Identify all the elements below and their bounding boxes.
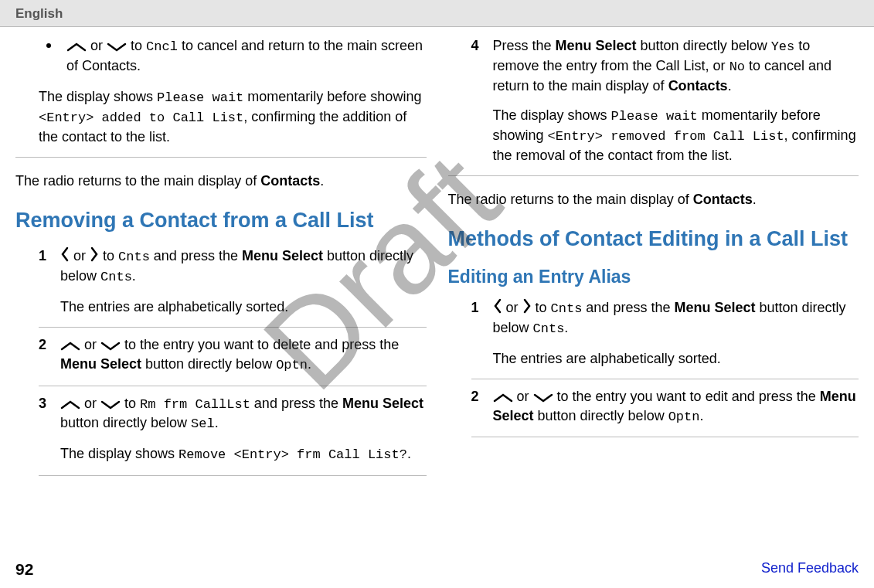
step-number: 1 (471, 298, 493, 317)
down-arrow-icon (100, 342, 121, 351)
step-number: 2 (39, 335, 60, 354)
step-number: 2 (471, 387, 493, 406)
left-arrow-icon (60, 246, 70, 262)
txt: and press the (582, 300, 674, 315)
txt: and press the (250, 396, 342, 411)
txt: . (753, 192, 757, 207)
mono: Sel (191, 416, 215, 431)
mono: Yes (771, 39, 795, 54)
txt: or (80, 337, 100, 352)
txt: to (121, 396, 140, 411)
mono: <Entry> added to Call List (39, 110, 243, 125)
content-columns: or to Cncl to cancel and return to the m… (0, 27, 874, 481)
header-language: English (0, 0, 874, 27)
step-para: The entries are alphabetically sorted. (493, 349, 859, 368)
mono: Optn (668, 410, 700, 424)
txt: or (513, 389, 533, 404)
mono: Remove <Entry> frm Call List? (179, 447, 407, 462)
left-column: or to Cncl to cancel and return to the m… (8, 36, 434, 481)
step-para: The display shows Remove <Entry> frm Cal… (60, 444, 427, 464)
divider (39, 386, 427, 386)
right-arrow-icon (90, 246, 99, 262)
mono: Please wait (157, 90, 243, 105)
txt: . (407, 446, 411, 461)
txt: The display shows (60, 446, 179, 461)
returns-text: The radio returns to the main display of… (448, 190, 859, 209)
page-number: 92 (15, 560, 33, 579)
mono: <Entry> removed from Call List (548, 129, 784, 144)
bold-contacts: Contacts (260, 173, 320, 189)
txt: Menu Select (556, 38, 637, 53)
left-arrow-icon (493, 298, 502, 314)
txt: to (532, 300, 551, 315)
txt: . (320, 173, 324, 189)
step-4: 4 Press the Menu Select button directly … (471, 36, 859, 165)
txt: or (80, 396, 100, 411)
txt: button directly below (534, 408, 668, 423)
returns-text: The radio returns to the main display of… (15, 172, 427, 190)
txt: Press the (493, 38, 556, 53)
divider (448, 175, 859, 176)
down-arrow-icon (107, 42, 127, 52)
txt: Menu Select (674, 300, 755, 315)
txt: and press the (150, 248, 242, 263)
mono: Optn (276, 358, 308, 372)
footer: 92 Send Feedback (0, 560, 874, 579)
divider (471, 437, 859, 437)
txt: Contacts (668, 78, 728, 93)
txt: or (70, 248, 90, 263)
txt: button directly below (637, 38, 771, 53)
up-arrow-icon (493, 393, 513, 403)
down-arrow-icon (100, 400, 121, 410)
mono: Rm frm CallLst (140, 397, 250, 412)
mono: Cnts (533, 321, 565, 336)
txt: The display shows (39, 89, 157, 104)
up-arrow-icon (60, 400, 80, 410)
mono: Cnts (551, 301, 583, 316)
heading-editing-alias: Editing an Entry Alias (448, 267, 859, 287)
bullet-cncl: or to Cncl to cancel and return to the m… (46, 36, 427, 75)
txt: . (215, 415, 219, 430)
txt: to (99, 248, 118, 263)
txt: Menu Select (60, 356, 141, 372)
mono-cncl: Cncl (146, 39, 178, 54)
heading-methods: Methods of Contact Editing in a Call Lis… (448, 226, 859, 251)
step-para: The display shows Please wait momentaril… (493, 106, 859, 165)
edit-step-2: 2 or to the entry you want to edit and p… (471, 387, 859, 426)
send-feedback-link[interactable]: Send Feedback (761, 560, 859, 579)
right-arrow-icon (522, 298, 532, 314)
txt: to (131, 38, 146, 53)
mono: Cnts (118, 250, 150, 264)
step-number: 4 (471, 36, 493, 55)
txt: Menu Select (342, 396, 423, 411)
txt: The radio returns to the main display of (448, 192, 693, 207)
step-2: 2 or to the entry you want to delete and… (39, 335, 427, 374)
txt: . (132, 268, 136, 284)
txt: button directly below (141, 356, 276, 372)
up-arrow-icon (60, 342, 80, 351)
step-1: 1 or to Cnts and press the Menu Select b… (39, 246, 427, 316)
mono: Cnts (100, 270, 132, 284)
mono: No (729, 59, 745, 74)
step-number: 3 (39, 394, 60, 413)
txt: to the entry you want to delete and pres… (121, 337, 399, 352)
bullet-icon (46, 43, 51, 48)
edit-step-1: 1 or to Cnts and press the Menu Select b… (471, 298, 859, 368)
divider (39, 475, 427, 476)
txt: The radio returns to the main display of (15, 173, 260, 189)
txt: . (728, 78, 732, 93)
divider (39, 327, 427, 328)
txt: The display shows (493, 107, 611, 123)
txt: to the entry you want to edit and press … (553, 389, 820, 404)
step-number: 1 (39, 246, 60, 265)
down-arrow-icon (533, 393, 553, 403)
txt: . (308, 356, 311, 372)
txt: or (502, 300, 522, 315)
txt: . (699, 408, 703, 423)
divider (15, 157, 427, 158)
up-arrow-icon (66, 42, 87, 52)
heading-removing: Removing a Contact from a Call List (15, 208, 427, 233)
txt: or (90, 38, 103, 53)
txt: momentarily before showing (243, 89, 421, 104)
mono: Please wait (611, 109, 698, 124)
